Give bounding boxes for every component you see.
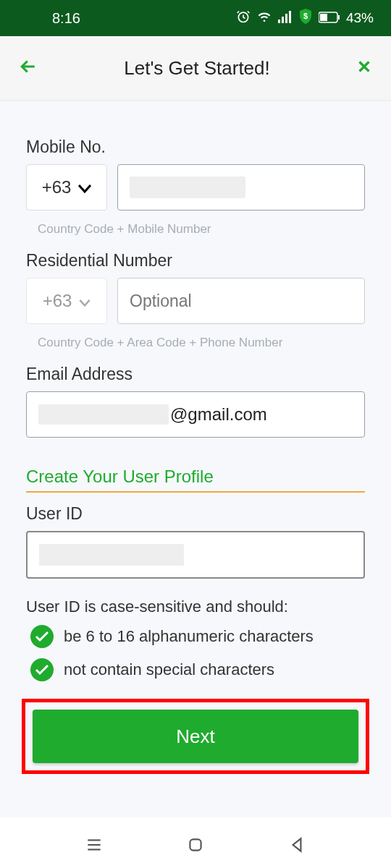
- placeholder-text: Optional: [130, 292, 192, 311]
- wifi-icon: [256, 10, 272, 27]
- country-code-text: +63: [42, 177, 72, 197]
- check-icon: [30, 658, 54, 681]
- residential-hint: Country Code + Area Code + Phone Number: [38, 336, 365, 350]
- svg-rect-2: [282, 17, 284, 23]
- next-button[interactable]: Next: [33, 710, 358, 763]
- status-time: 8:16: [17, 10, 80, 27]
- signal-icon: [278, 10, 293, 27]
- highlight-box: Next: [22, 699, 369, 774]
- page-title: Let's Get Started!: [124, 57, 270, 80]
- svg-text:$: $: [303, 12, 308, 20]
- redacted-value: [130, 176, 245, 198]
- back-nav-button[interactable]: [287, 835, 306, 857]
- svg-rect-3: [285, 14, 287, 23]
- residential-label: Residential Number: [26, 251, 365, 271]
- android-navbar: [0, 825, 391, 868]
- svg-rect-1: [278, 20, 280, 23]
- mobile-label: Mobile No.: [26, 137, 365, 157]
- rules-title: User ID is case-sensitive and should:: [26, 597, 365, 616]
- mobile-input[interactable]: [117, 164, 365, 210]
- userid-input[interactable]: [26, 531, 365, 579]
- mobile-country-code[interactable]: +63: [26, 164, 107, 210]
- battery-text: 43%: [346, 10, 374, 26]
- residential-country-code[interactable]: +63: [26, 278, 107, 324]
- svg-rect-8: [338, 15, 340, 20]
- redacted-value: [38, 404, 169, 425]
- rule-text: not contain special characters: [64, 660, 274, 679]
- redacted-value: [39, 544, 184, 566]
- email-label: Email Address: [26, 365, 365, 384]
- close-button[interactable]: [355, 57, 374, 79]
- country-code-text: +63: [43, 291, 72, 311]
- residential-input[interactable]: Optional: [117, 278, 365, 324]
- alarm-icon: [236, 9, 251, 27]
- battery-icon: [319, 10, 340, 27]
- status-icons: $ 43%: [236, 9, 374, 28]
- svg-rect-12: [190, 839, 201, 850]
- chevron-down-icon: [79, 291, 91, 311]
- mobile-hint: Country Code + Mobile Number: [38, 222, 365, 237]
- rule-text: be 6 to 16 alphanumeric characters: [64, 627, 314, 646]
- back-button[interactable]: [17, 56, 39, 80]
- userid-label: User ID: [26, 504, 365, 524]
- home-button[interactable]: [186, 835, 205, 857]
- status-bar: 8:16 $ 43%: [0, 0, 391, 36]
- email-input[interactable]: @gmail.com: [26, 391, 365, 438]
- chevron-down-icon: [78, 177, 91, 197]
- svg-rect-7: [320, 14, 327, 21]
- section-title: Create Your User Profile: [26, 467, 365, 493]
- rule-item: not contain special characters: [26, 658, 365, 681]
- email-domain: @gmail.com: [170, 404, 267, 425]
- svg-rect-4: [289, 11, 291, 23]
- recent-apps-button[interactable]: [85, 835, 104, 857]
- header: Let's Get Started!: [0, 36, 391, 101]
- shield-icon: $: [298, 9, 313, 28]
- rule-item: be 6 to 16 alphanumeric characters: [26, 625, 365, 648]
- check-icon: [30, 625, 54, 648]
- form-content: Mobile No. +63 Country Code + Mobile Num…: [0, 101, 391, 817]
